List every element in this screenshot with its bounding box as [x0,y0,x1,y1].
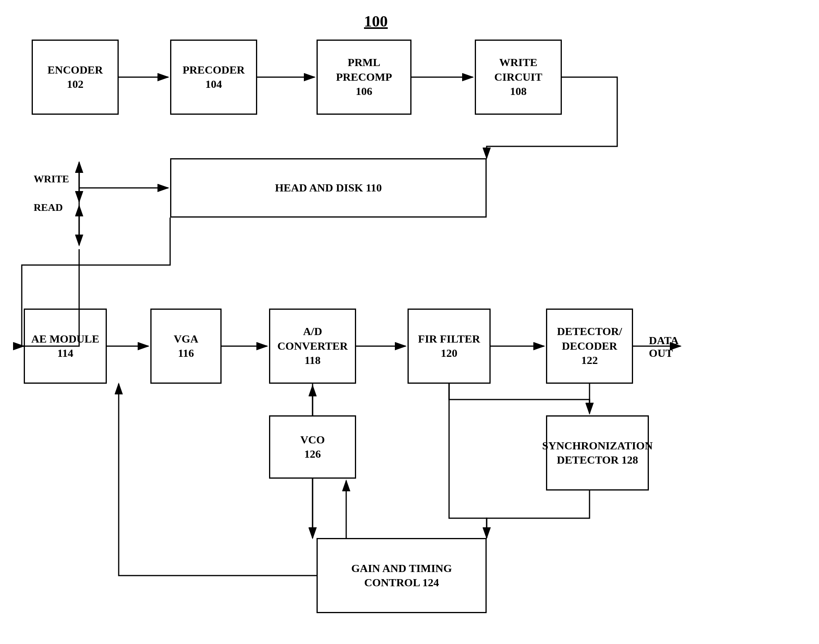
prml-label2: PRECOMP [336,70,392,84]
fir-filter-block: FIR FILTER 120 [408,309,491,384]
precoder-block: PRECODER 104 [170,40,257,115]
vga-block: VGA 116 [150,309,222,384]
vco-label1: VCO [300,433,325,447]
vga-label1: VGA [174,332,198,346]
sync-label2: DETECTOR 128 [557,453,638,467]
read-label: READ [34,202,63,214]
write-label: WRITE [34,173,69,185]
diagram: 100 ENCODER 102 PRECODER 104 PRML PRECOM… [0,0,819,644]
encoder-number: 102 [67,77,83,91]
detector-label1: DETECTOR/ [557,324,622,339]
ad-converter-block: A/D CONVERTER 118 [269,309,356,384]
data-out-label: DATAOUT [649,334,679,360]
gain-timing-label1: GAIN AND TIMING [351,561,452,576]
precoder-label: PRECODER [182,63,245,77]
encoder-label: ENCODER [47,63,103,77]
prml-block: PRML PRECOMP 106 [317,40,411,115]
head-disk-label: HEAD AND DISK 110 [275,181,382,195]
ad-label2: CONVERTER [277,339,348,353]
vga-label2: 116 [178,346,194,360]
vco-label2: 126 [304,447,321,461]
sync-label1: SYNCHRONIZATION [542,439,653,453]
sync-detector-block: SYNCHRONIZATION DETECTOR 128 [546,415,649,491]
detector-label3: 122 [581,353,598,367]
prml-label1: PRML [348,55,380,70]
ad-label3: 118 [305,353,320,367]
gain-timing-label2: CONTROL 124 [364,576,439,590]
precoder-number: 104 [205,77,222,91]
write-circuit-label2: CIRCUIT [494,70,542,84]
head-disk-block: HEAD AND DISK 110 [170,158,487,218]
ae-module-label1: AE MODULE [31,332,99,346]
ae-module-block: AE MODULE 114 [24,309,107,384]
fir-label1: FIR FILTER [418,332,480,346]
vco-block: VCO 126 [269,415,356,479]
write-circuit-label3: 108 [510,84,527,98]
detector-decoder-block: DETECTOR/ DECODER 122 [546,309,633,384]
diagram-title: 100 [364,12,388,30]
write-circuit-label1: WRITE [499,55,537,70]
encoder-block: ENCODER 102 [32,40,119,115]
ae-module-label2: 114 [57,346,73,360]
gain-timing-block: GAIN AND TIMING CONTROL 124 [317,538,487,613]
write-circuit-block: WRITE CIRCUIT 108 [475,40,562,115]
ad-label1: A/D [303,324,322,339]
fir-label2: 120 [441,346,457,360]
prml-label3: 106 [356,84,372,98]
detector-label2: DECODER [562,339,617,353]
